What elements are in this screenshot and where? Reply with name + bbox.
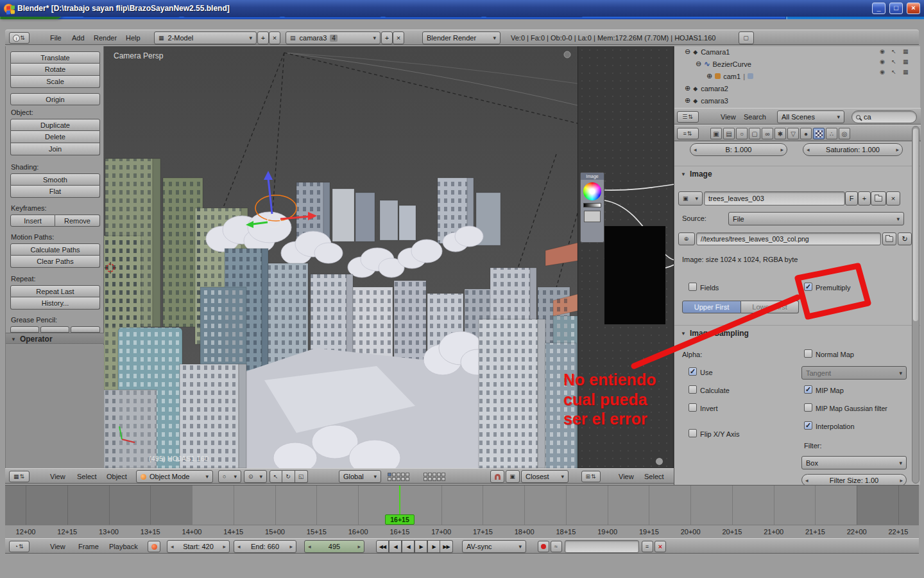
manipulator-translate-toggle[interactable]: ↖ (270, 470, 282, 483)
properties-tab-scene[interactable]: ▤ (723, 128, 735, 139)
clear-paths-button[interactable]: Clear Paths (10, 256, 100, 268)
keyframe-delete-icon-button[interactable]: × (654, 541, 666, 552)
remove-keyframe-button[interactable]: Remove (55, 215, 100, 227)
join-button[interactable]: Join (10, 143, 100, 155)
eye-icon[interactable]: ◉ (880, 69, 891, 75)
menu-file[interactable]: File (50, 30, 62, 46)
open-image-button[interactable] (871, 191, 886, 206)
expand-icon[interactable]: ⊕ (685, 84, 690, 92)
properties-tab-world[interactable]: ○ (736, 128, 748, 139)
preview-range-button[interactable] (148, 541, 160, 552)
brightness-slider[interactable]: B: 1.000 (690, 143, 787, 156)
upper-first-button[interactable]: Upper First (682, 301, 741, 313)
operator-panel-header[interactable]: Operator (6, 333, 105, 344)
viewport-menu-object[interactable]: Object (107, 469, 127, 484)
normal-space-selector[interactable]: Tangent (801, 366, 907, 380)
viewport-corner-widget[interactable] (564, 51, 570, 58)
duplicate-button[interactable]: Duplicate (10, 119, 100, 131)
reload-image-button[interactable]: ↻ (898, 232, 912, 245)
smooth-button[interactable]: Smooth (10, 173, 100, 186)
scene-selector[interactable]: ▤camara34 (286, 31, 381, 44)
window-minimize-button[interactable]: _ (872, 3, 886, 14)
eye-icon[interactable]: ◉ (880, 48, 891, 55)
interpolation-checkbox[interactable] (804, 421, 812, 430)
current-frame-field[interactable]: 495 (304, 540, 364, 553)
expand-icon[interactable]: ⊖ (685, 48, 690, 56)
outliner-menu-view[interactable]: View (721, 109, 736, 125)
outliner-row-camara1[interactable]: ⊖◆Camara1 (685, 48, 730, 56)
browse-file-button[interactable] (882, 232, 896, 245)
unlink-image-button[interactable]: × (886, 191, 900, 206)
origin-button[interactable]: Origin (10, 93, 100, 105)
grease-pencil-button-stub[interactable] (10, 326, 39, 333)
invert-alpha-checkbox[interactable] (689, 403, 697, 412)
mode-selector[interactable]: Object Mode (136, 470, 213, 483)
outliner-menu-search[interactable]: Search (744, 109, 766, 125)
current-frame-badge[interactable]: 16+15 (385, 514, 415, 525)
eye-icon[interactable]: ◉ (880, 58, 891, 65)
timeline-band[interactable]: 16+15 (5, 485, 919, 525)
history-button[interactable]: History... (10, 297, 100, 310)
fake-user-button[interactable]: F (845, 191, 858, 206)
properties-tab-modifiers[interactable]: ✱ (774, 128, 786, 139)
properties-tab-constraints[interactable]: ∞ (762, 128, 773, 139)
window-close-button[interactable]: × (907, 3, 920, 14)
prev-keyframe-button[interactable]: ◀ (389, 540, 402, 553)
mipmap-checkbox[interactable] (804, 385, 812, 394)
jump-to-start-button[interactable]: ◀◀ (376, 540, 389, 553)
window-duplicate-icon[interactable]: ▢ (739, 31, 754, 44)
filepath-icon-button[interactable]: ⊕ (678, 232, 695, 245)
outliner-restrict-columns[interactable]: ◉↖▦ ◉↖▦ ◉↖▦ (880, 48, 914, 75)
add-layout-button[interactable]: + (257, 31, 269, 44)
3d-viewport[interactable]: Camera Persp (495) HOJAS1.160 (104, 46, 578, 468)
screen-layout-selector[interactable]: ▦2-Model (154, 31, 257, 44)
image-panel-header[interactable]: Image (681, 170, 712, 179)
premultiply-checkbox[interactable] (804, 283, 812, 291)
properties-tab-data[interactable]: ▽ (787, 128, 799, 139)
source-selector[interactable]: File (728, 212, 904, 225)
repeat-last-button[interactable]: Repeat Last (10, 285, 100, 297)
saturation-slider[interactable]: Saturation: 1.000 (803, 143, 903, 156)
delete-button[interactable]: Delete (10, 131, 100, 143)
search-input[interactable]: ca (864, 113, 871, 121)
view-dolly-knob[interactable] (655, 457, 663, 466)
render-restrict-icon[interactable]: ▦ (903, 58, 914, 65)
add-scene-button[interactable]: + (381, 31, 393, 44)
flip-axis-checkbox[interactable] (689, 429, 697, 437)
frame-start-field[interactable]: Start: 420 (167, 540, 230, 553)
outliner-display-filter[interactable]: All Scenes (777, 110, 844, 123)
snap-toggle-button[interactable] (490, 470, 504, 483)
new-image-button[interactable]: + (858, 191, 871, 206)
expand-icon[interactable]: ⊖ (696, 60, 701, 68)
color-wheel-icon[interactable] (583, 182, 601, 200)
window-maximize-button[interactable]: □ (889, 3, 903, 14)
lower-first-button[interactable]: Lower First (741, 301, 799, 313)
play-button[interactable]: ▶ (415, 540, 427, 553)
image-name-field[interactable]: trees_leaves_003 (704, 191, 845, 206)
grease-pencil-button-stub[interactable] (40, 326, 69, 333)
properties-tab-particles[interactable]: ∴ (826, 128, 837, 139)
frame-end-field[interactable]: End: 660 (234, 540, 296, 553)
node-menu-view[interactable]: View (619, 469, 634, 484)
record-button[interactable] (538, 541, 549, 552)
image-sampling-panel-header[interactable]: Image Sampling (681, 329, 749, 338)
use-alpha-checkbox[interactable] (689, 367, 697, 376)
layers-grid-2[interactable] (424, 473, 445, 481)
editor-type-selector-timeline[interactable]: ◔⇅ (9, 541, 30, 552)
cursor-select-icon[interactable]: ↖ (891, 48, 903, 55)
menu-help[interactable]: Help (126, 30, 141, 46)
calculate-alpha-checkbox[interactable] (689, 385, 697, 394)
menu-add[interactable]: Add (72, 30, 85, 46)
manipulator-scale-toggle[interactable]: ◱ (295, 470, 308, 483)
calculate-paths-button[interactable]: Calculate Paths (10, 243, 100, 256)
snap-target-selector[interactable]: Closest (521, 470, 569, 483)
image-datablock-browser[interactable]: ▣ (678, 191, 703, 206)
flat-button[interactable]: Flat (10, 186, 100, 198)
outliner-row-cam1[interactable]: ⊕cam1| (706, 72, 753, 80)
properties-scrollbar-thumb[interactable] (913, 128, 918, 321)
viewport-menu-view[interactable]: View (50, 469, 65, 484)
mipmap-gauss-checkbox[interactable] (804, 403, 812, 412)
editor-type-selector-node[interactable]: ⊞⇅ (581, 471, 601, 482)
render-restrict-icon[interactable]: ▦ (903, 69, 914, 75)
cursor-select-icon[interactable]: ↖ (891, 69, 903, 75)
